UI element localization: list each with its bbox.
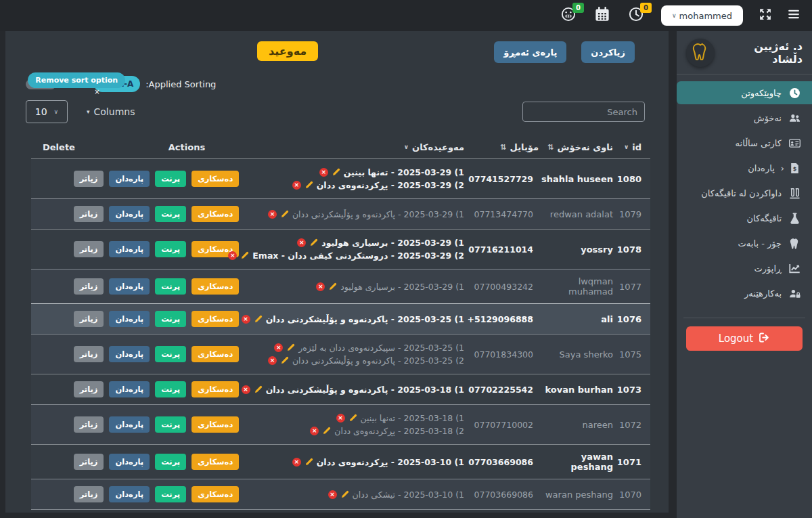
appointment-text: 1) 2025-03-25 - سپیکردنەوەی ددان بە لێزە…: [298, 341, 464, 354]
remove-appointment-icon[interactable]: ×: [242, 385, 250, 394]
print-button[interactable]: پرنت: [155, 486, 186, 502]
edit-appointment-icon[interactable]: [340, 490, 349, 499]
remove-appointment-icon[interactable]: ×: [316, 282, 325, 291]
edit-appointment-icon[interactable]: [348, 414, 357, 423]
remove-appointment-icon[interactable]: ×: [319, 168, 328, 177]
remove-appointment-icon[interactable]: ×: [292, 458, 301, 467]
print-button[interactable]: پرنت: [155, 171, 186, 187]
payment-button[interactable]: پارەدان: [109, 454, 150, 470]
remove-appointment-icon[interactable]: ×: [310, 427, 319, 435]
more-button[interactable]: زیاتر: [74, 278, 104, 295]
calendar-button[interactable]: [593, 7, 611, 24]
remove-appointment-icon[interactable]: ×: [268, 210, 277, 219]
edit-appointment-icon[interactable]: [280, 356, 289, 365]
meetings-button[interactable]: 0: [560, 7, 577, 24]
appointment-text: 1) 2025-03-29 - برسیاری هولیود: [321, 236, 464, 249]
column-header-appointments[interactable]: مەوعیدەکان ∨: [221, 142, 464, 152]
payment-button[interactable]: پارەدان: [109, 346, 150, 362]
edit-appointment-icon[interactable]: [286, 343, 295, 352]
more-button[interactable]: زیاتر: [74, 381, 104, 397]
edit-appointment-icon[interactable]: [309, 238, 318, 247]
sidebar-divider: [677, 74, 812, 74]
menu-toggle-button[interactable]: [788, 8, 800, 23]
remove-appointment-icon[interactable]: ×: [328, 490, 337, 499]
column-header-id[interactable]: id ∨: [613, 142, 650, 152]
remove-appointment-icon[interactable]: ×: [292, 181, 301, 190]
sidebar-item-6[interactable]: جۆر - بابەت: [677, 232, 812, 255]
sidebar-item-3[interactable]: $‹پارەدان: [677, 156, 812, 179]
payment-button[interactable]: پارەدان: [109, 241, 150, 257]
print-button[interactable]: پرنت: [155, 381, 186, 397]
sidebar-item-4[interactable]: داواکردن لە تاقیگەکان: [677, 181, 812, 204]
add-button[interactable]: زیاکردن: [581, 41, 635, 63]
payment-button[interactable]: پارەدان: [109, 381, 150, 397]
sidebar-item-8[interactable]: بەکارهێنەر: [677, 282, 812, 305]
print-button[interactable]: پرنت: [155, 278, 186, 295]
edit-appointment-icon[interactable]: [332, 168, 340, 177]
sidebar-item-7[interactable]: ڕاپۆرت: [677, 257, 812, 280]
page-title-button[interactable]: مەوعید: [257, 41, 318, 61]
sidebar-item-2[interactable]: کارتی ساڵانە: [677, 131, 812, 154]
page-size-value: 10: [35, 106, 47, 117]
remove-appointment-icon[interactable]: ×: [297, 238, 306, 247]
more-button[interactable]: زیاتر: [74, 416, 104, 433]
payment-button[interactable]: پارەدان: [109, 416, 150, 433]
remove-appointment-icon[interactable]: ×: [274, 343, 283, 352]
column-header-mobile[interactable]: مۆبایل ⇅: [464, 142, 539, 152]
more-button[interactable]: زیاتر: [74, 311, 104, 327]
remove-appointment-icon[interactable]: ×: [242, 315, 250, 324]
edit-appointment-icon[interactable]: [304, 181, 313, 190]
remove-appointment-icon[interactable]: ×: [228, 251, 237, 260]
edit-appointment-icon[interactable]: [254, 385, 263, 394]
id-cell: 1078: [613, 244, 650, 255]
appointments-cell: 1) 2025-03-18 - تەنها بینین×2) 2025-03-1…: [221, 412, 464, 437]
actions-cell: دەسکاریپرنتپارەدانزیاتر: [92, 381, 221, 397]
more-button[interactable]: زیاتر: [74, 486, 104, 502]
actions-cell: دەسکاریپرنتپارەدانزیاتر: [92, 241, 221, 257]
more-button[interactable]: زیاتر: [74, 171, 104, 187]
payment-button[interactable]: پارەدان: [109, 311, 150, 327]
today-money-button[interactable]: پارەی ئەمڕۆ: [494, 41, 566, 63]
print-button[interactable]: پرنت: [155, 454, 186, 470]
actions-cell: دەسکاریپرنتپارەدانزیاتر: [92, 171, 221, 187]
actions-cell: دەسکاریپرنتپارەدانزیاتر: [92, 454, 221, 470]
print-button[interactable]: پرنت: [155, 241, 186, 257]
appointments-cell: 1) 2025-03-10 - تیشکی ددان×: [221, 488, 464, 501]
print-button[interactable]: پرنت: [155, 416, 186, 433]
mobile-cell: 07716211014: [464, 244, 539, 255]
page-size-select[interactable]: 10 ∨: [26, 100, 68, 123]
more-button[interactable]: زیاتر: [74, 346, 104, 362]
remove-appointment-icon[interactable]: ×: [268, 356, 277, 365]
more-button[interactable]: زیاتر: [74, 241, 104, 257]
sidebar-item-1[interactable]: نەخۆش: [677, 106, 812, 129]
user-menu-button[interactable]: ∨ mohammed: [661, 5, 743, 26]
more-button[interactable]: زیاتر: [74, 454, 104, 470]
payment-button[interactable]: پارەدان: [109, 278, 150, 295]
sidebar-item-5[interactable]: تاقیگەکان: [677, 207, 812, 230]
payment-button[interactable]: پارەدان: [109, 206, 150, 222]
sidebar-item-0[interactable]: چاوپێکەوتن: [677, 81, 812, 104]
search-input[interactable]: [522, 102, 645, 122]
edit-appointment-icon[interactable]: [328, 282, 337, 291]
remove-appointment-icon[interactable]: ×: [336, 414, 345, 423]
edit-appointment-icon[interactable]: [240, 251, 249, 260]
payment-button[interactable]: پارەدان: [109, 171, 150, 187]
edit-appointment-icon[interactable]: [304, 458, 313, 467]
fullscreen-button[interactable]: [759, 8, 771, 23]
more-button[interactable]: زیاتر: [74, 206, 104, 222]
columns-dropdown[interactable]: ▾ Columns: [87, 106, 135, 117]
edit-appointment-icon[interactable]: [254, 315, 263, 324]
edit-appointment-icon[interactable]: [280, 210, 289, 219]
remove-sort-button[interactable]: ×: [94, 88, 99, 95]
payment-button[interactable]: پارەدان: [109, 486, 150, 502]
sidebar-header: د. ئەژیین دڵشاد: [677, 31, 812, 74]
print-button[interactable]: پرنت: [155, 206, 186, 222]
column-header-delete: Delete: [31, 142, 92, 152]
column-header-name[interactable]: ناوی نەخۆش ⇅: [539, 142, 613, 152]
sidebar-item-label: تاقیگەکان: [746, 213, 782, 223]
edit-appointment-icon[interactable]: [322, 427, 331, 435]
print-button[interactable]: پرنت: [155, 346, 186, 362]
print-button[interactable]: پرنت: [155, 311, 186, 327]
clock-button[interactable]: 0: [627, 7, 645, 24]
logout-button[interactable]: Logout: [686, 326, 803, 351]
